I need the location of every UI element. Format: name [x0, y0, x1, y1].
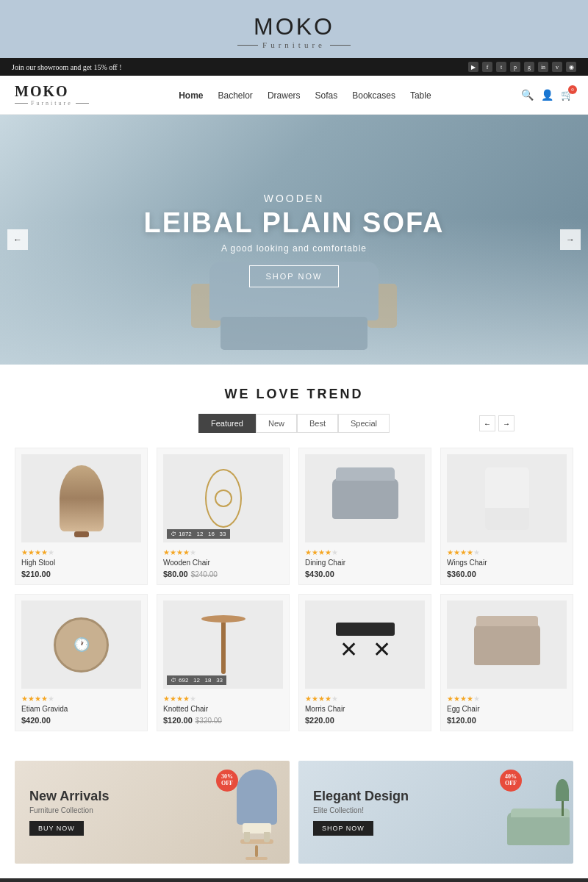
products-section: WE LOVE TREND Featured New Best Special … [0, 365, 588, 761]
product-price-0: $210.00 [21, 570, 141, 578]
product-img-4: 🕐 [21, 600, 141, 689]
tab-new[interactable]: New [256, 414, 297, 433]
product-name-6: Morris Chair [305, 705, 425, 713]
lamp-icon [60, 465, 104, 531]
announcement-text: Join our showroom and get 15% off ! [12, 63, 122, 71]
nav-item-table[interactable]: Table [410, 88, 431, 101]
product-badge-5: ⏱ 692 12 18 33 [167, 675, 226, 685]
product-card-0[interactable]: ★★★★★ High Stool $210.00 [15, 448, 148, 585]
hero-shop-button[interactable]: SHOP NOW [249, 265, 340, 287]
promo-elegant-subtitle: Elite Collection! [313, 806, 559, 814]
product-img-6: ✕ ✕ [305, 600, 425, 689]
promo-banner-new-arrivals[interactable]: New Arrivals Furniture Collection BUY NO… [15, 761, 290, 864]
product-price-1: $80.00$240.00 [163, 570, 283, 578]
youtube-icon[interactable]: ▶ [468, 62, 478, 72]
search-icon[interactable]: 🔍 [521, 89, 534, 101]
product-name-7: Egg Chair [447, 705, 567, 713]
nav-item-drawers[interactable]: Drawers [268, 88, 301, 101]
nav-item-home[interactable]: Home [179, 88, 203, 101]
product-name-3: Wings Chair [447, 559, 567, 567]
tab-next-arrow[interactable]: → [498, 415, 514, 431]
tab-prev-arrow[interactable]: ← [479, 415, 495, 431]
logo-text: MOKO [254, 13, 334, 40]
product-price-2: $430.00 [305, 570, 425, 578]
nav-logo-text: MOKO [15, 83, 89, 100]
bench-icon: ✕ ✕ [336, 623, 395, 667]
product-stars-0: ★★★★★ [21, 548, 141, 556]
instagram-icon[interactable]: in [538, 62, 548, 72]
tab-featured[interactable]: Featured [198, 414, 256, 433]
testimonial-section: OUR TESTIMONIAL [0, 878, 588, 882]
product-card-1[interactable]: ⏱ 1872 12 16 33 ★★★★★ Wooden Chair $80.0… [157, 448, 290, 585]
product-img-0 [21, 454, 141, 542]
hero-title: LEIBAL PLAIN SOFA [143, 207, 444, 239]
product-card-6[interactable]: ✕ ✕ ★★★★★ Morris Chair $220.00 [298, 594, 431, 731]
product-card-7[interactable]: ★★★★★ Egg Chair $120.00 [440, 594, 573, 731]
facebook-icon[interactable]: f [482, 62, 492, 72]
social-icons-group: ▶ f t p g in v ◉ [468, 62, 576, 72]
product-stars-4: ★★★★★ [21, 695, 141, 703]
nav-link-table[interactable]: Table [410, 90, 431, 101]
googleplus-icon[interactable]: g [524, 62, 534, 72]
product-card-2[interactable]: ★★★★★ Dining Chair $430.00 [298, 448, 431, 585]
brand-subtitle: Furniture [0, 40, 588, 49]
rss-icon[interactable]: ◉ [566, 62, 576, 72]
chair-white-icon [485, 467, 529, 530]
nav-item-bachelor[interactable]: Bachelor [218, 88, 253, 101]
product-card-3[interactable]: ★★★★★ Wings Chair $360.00 [440, 448, 573, 585]
nav-link-home[interactable]: Home [179, 90, 203, 101]
promo-elegant-title: Elegant Design [313, 789, 559, 805]
hero-content: WOODEN LEIBAL PLAIN SOFA A good looking … [129, 178, 459, 302]
product-stars-1: ★★★★★ [163, 548, 283, 556]
promo-banner-elegant-design[interactable]: Elegant Design Elite Collection! SHOP NO… [298, 761, 573, 864]
cart-icon[interactable]: 🛒 0 [561, 89, 573, 101]
product-img-1: ⏱ 1872 12 16 33 [163, 454, 283, 542]
product-name-1: Wooden Chair [163, 559, 283, 567]
cart-count: 0 [568, 85, 577, 94]
product-card-5[interactable]: ⏱ 692 12 18 33 ★★★★★ Knotted Chair $120.… [157, 594, 290, 731]
nav-link-drawers[interactable]: Drawers [268, 90, 301, 101]
vimeo-icon[interactable]: v [552, 62, 562, 72]
nav-logo-sub: Furniture [15, 100, 89, 107]
nav-logo: MOKO Furniture [15, 83, 89, 107]
pinterest-icon[interactable]: p [510, 62, 520, 72]
hero-next-arrow[interactable]: → [560, 229, 581, 250]
product-name-0: High Stool [21, 559, 141, 567]
account-icon[interactable]: 👤 [541, 89, 553, 101]
product-price-5: $120.00$320.00 [163, 716, 283, 725]
promo-elegant-button[interactable]: SHOP NOW [313, 821, 373, 836]
product-price-4: $420.00 [21, 716, 141, 725]
product-name-4: Etiam Gravida [21, 705, 141, 713]
tab-nav-arrows: ← → [479, 415, 514, 431]
promo-new-arrivals-button[interactable]: BUY NOW [29, 821, 84, 836]
hero-prev-arrow[interactable]: ← [7, 229, 28, 250]
chandelier-icon [205, 469, 242, 528]
product-stars-5: ★★★★★ [163, 695, 283, 703]
nav-item-sofas[interactable]: Sofas [315, 88, 338, 101]
nav-icons: 🔍 👤 🛒 0 [521, 89, 573, 101]
section-title: WE LOVE TREND [15, 387, 573, 402]
nav-link-bachelor[interactable]: Bachelor [218, 90, 253, 101]
promo-new-arrivals-title: New Arrivals [29, 789, 275, 805]
twitter-icon[interactable]: t [496, 62, 506, 72]
product-img-7 [447, 600, 567, 689]
tab-best[interactable]: Best [297, 414, 338, 433]
promo-new-arrivals-content: New Arrivals Furniture Collection BUY NO… [29, 789, 275, 836]
nav-item-bookcases[interactable]: Bookcases [352, 88, 395, 101]
product-price-3: $360.00 [447, 570, 567, 578]
nav-link-sofas[interactable]: Sofas [315, 90, 338, 101]
product-card-4[interactable]: 🕐 ★★★★★ Etiam Gravida $420.00 [15, 594, 148, 731]
product-img-3 [447, 454, 567, 542]
clock-icon: 🕐 [54, 617, 109, 673]
promo-new-arrivals-subtitle: Furniture Collection [29, 806, 275, 814]
nav-menu: Home Bachelor Drawers Sofas Bookcases Ta… [179, 88, 431, 101]
tab-special[interactable]: Special [338, 414, 390, 433]
nav-link-bookcases[interactable]: Bookcases [352, 90, 395, 101]
loveseat-icon [474, 625, 540, 665]
promo-section: New Arrivals Furniture Collection BUY NO… [0, 761, 588, 878]
navbar: MOKO Furniture Home Bachelor Drawers Sof… [0, 76, 588, 115]
product-grid: ★★★★★ High Stool $210.00 ⏱ 1872 12 16 33… [15, 448, 573, 731]
product-price-6: $220.00 [305, 716, 425, 725]
product-price-7: $120.00 [447, 716, 567, 725]
hero-subtitle: WOODEN [143, 193, 444, 204]
